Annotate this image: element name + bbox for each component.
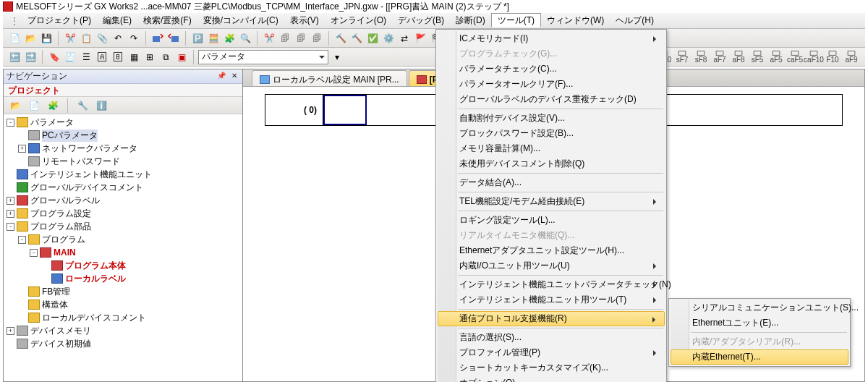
tree-item[interactable]: -プログラム	[4, 233, 242, 246]
new-button[interactable]: 📄	[7, 31, 22, 46]
nav-bookmark[interactable]: 🔖	[47, 50, 61, 64]
tb-copy2[interactable]: 🗐	[278, 31, 292, 46]
nav-pivot[interactable]: ⊞	[142, 50, 157, 64]
tree-twisty[interactable]: -	[7, 119, 14, 127]
menu-item[interactable]: インテリジェント機能ユニット用ツール(T)	[438, 292, 665, 307]
tb-build[interactable]: 🔨	[333, 31, 348, 46]
menu-0[interactable]: プロジェクト(P)	[22, 14, 97, 27]
tree-twisty[interactable]: -	[30, 249, 38, 257]
menu-8[interactable]: ツール(T)	[491, 13, 541, 27]
menu-2[interactable]: 検索/置換(F)	[137, 14, 197, 27]
navtb-4[interactable]: 🔧	[75, 98, 90, 113]
tree-item[interactable]: リモートパスワード	[4, 155, 242, 168]
tree-item[interactable]: 構造体	[4, 298, 242, 311]
nav-table[interactable]: ▦	[127, 50, 141, 64]
tb-cut2[interactable]: ✂️	[262, 31, 276, 46]
nav-close-button[interactable]: ✕	[229, 72, 239, 82]
save-button[interactable]: 💾	[39, 31, 54, 46]
tree-item[interactable]: プログラム本体	[4, 259, 242, 272]
combo-drop-icon[interactable]: ▾	[330, 50, 344, 64]
tree-item[interactable]: +ネットワークパラメータ	[4, 142, 242, 155]
navtb-1[interactable]: 📂	[8, 98, 22, 113]
menu-5[interactable]: オンライン(O)	[325, 14, 392, 27]
tree-item[interactable]: -MAIN	[4, 246, 242, 259]
tree-item[interactable]: +プログラム設定	[4, 207, 242, 220]
cut-button[interactable]: ✂️	[63, 31, 77, 46]
menu-item[interactable]: ICメモリカード(I)	[438, 31, 665, 46]
menu-1[interactable]: 編集(E)	[97, 14, 137, 27]
menu-item[interactable]: グローバルラベルのデバイス重複チェック(D)	[438, 92, 665, 107]
copy-button[interactable]: 📋	[79, 31, 93, 46]
tree-twisty[interactable]: +	[7, 210, 14, 218]
menu-item[interactable]: TEL機能設定/モデム経由接続(E)	[438, 194, 665, 209]
open-button[interactable]: 📂	[23, 31, 38, 46]
menu-item[interactable]: 言語の選択(S)...	[438, 330, 665, 345]
menu-item[interactable]: メモリ容量計算(M)...	[438, 141, 665, 156]
key-aF5[interactable]: aF5	[767, 50, 786, 64]
tb-paste2[interactable]: 🗐	[294, 31, 308, 46]
tree-item[interactable]: -パラメータ	[4, 116, 242, 129]
menu-item[interactable]: インテリジェント機能ユニットパラメータチェック(N)	[438, 277, 665, 292]
nav-fwd-button[interactable]: 🔜	[23, 50, 38, 64]
param-combo[interactable]: パラメータ	[198, 50, 328, 64]
nav-split[interactable]: ▣	[174, 50, 189, 64]
redo-button[interactable]: ↷	[127, 31, 141, 46]
menu-item[interactable]: Ethernetユニット(E)...	[671, 315, 848, 331]
tree-twisty[interactable]: -	[18, 236, 26, 244]
menu-item[interactable]: オプション(O)...	[438, 375, 665, 382]
key-aF9[interactable]: aF9	[842, 50, 861, 64]
tb-monitor[interactable]: 🧮	[206, 31, 221, 46]
menu-item[interactable]: ブロックパスワード設定(B)...	[438, 126, 665, 141]
tree-item[interactable]: +グローバルラベル	[4, 194, 242, 207]
menu-item[interactable]: 自動割付デバイス設定(V)...	[438, 111, 665, 126]
document-tab[interactable]: ローカルラベル設定 MAIN [PR...	[252, 70, 407, 86]
menu-3[interactable]: 変換/コンパイル(C)	[197, 14, 284, 27]
menu-9[interactable]: ウィンドウ(W)	[541, 14, 610, 27]
tree-item[interactable]: ローカルデバイスコメント	[4, 311, 242, 324]
key-sF7[interactable]: sF7	[673, 50, 692, 64]
nav-pin-icon[interactable]: 📌	[216, 72, 226, 82]
menu-item[interactable]: ロギング設定ツール(L)...	[438, 213, 665, 228]
key-aF7[interactable]: aF7	[710, 50, 729, 64]
menu-item[interactable]: 内蔵I/Oユニット用ツール(U)	[438, 258, 665, 273]
menu-item[interactable]: プロファイル管理(P)	[438, 345, 665, 360]
tb-buildall[interactable]: 🔨	[349, 31, 364, 46]
menu-item[interactable]: Ethernetアダプタユニット設定ツール(H)...	[438, 243, 665, 258]
menu-item[interactable]: 未使用デバイスコメント削除(Q)	[438, 156, 665, 171]
tree-twisty[interactable]: +	[18, 145, 26, 153]
tb-transfer[interactable]: ⇄	[397, 31, 412, 46]
nav-a[interactable]: 🄰	[95, 50, 109, 64]
menu-7[interactable]: 診断(D)	[450, 14, 491, 27]
tb-dev-write[interactable]	[166, 31, 181, 46]
tree-item[interactable]: PCパラメータ	[4, 129, 242, 142]
tree-item[interactable]: インテリジェント機能ユニット	[4, 168, 242, 181]
key-caF5[interactable]: caF5	[786, 50, 804, 64]
tb-module[interactable]: 🧩	[222, 31, 237, 46]
key-aF8[interactable]: aF8	[729, 50, 748, 64]
nav-overlap[interactable]: ⧉	[158, 50, 173, 64]
tb-params[interactable]: 🅿️	[190, 31, 205, 46]
menu-6[interactable]: デバッグ(B)	[392, 14, 450, 27]
key-sF5[interactable]: sF5	[748, 50, 767, 64]
tree-item[interactable]: グローバルデバイスコメント	[4, 181, 242, 194]
tree-item[interactable]: +デバイスメモリ	[4, 324, 242, 337]
key-F10[interactable]: F10	[823, 50, 842, 64]
menu-4[interactable]: 表示(V)	[284, 14, 325, 27]
nav-xref[interactable]: 🧾	[63, 50, 77, 64]
tree-item[interactable]: デバイス初期値	[4, 337, 242, 350]
tb-flag1[interactable]: 🚩	[413, 31, 427, 46]
tb-compile[interactable]: ⚙️	[381, 31, 396, 46]
menu-protocol-support[interactable]: シリアルコミュニケーションユニット(S)...Ethernetユニット(E)..…	[668, 298, 851, 367]
menu-item[interactable]: 通信プロトコル支援機能(R)	[438, 311, 665, 326]
paste-button[interactable]: 📎	[95, 31, 109, 46]
menu-item[interactable]: パラメータチェック(C)...	[438, 61, 665, 77]
tree-twisty[interactable]: +	[7, 197, 14, 205]
nav-b[interactable]: 🄱	[111, 50, 125, 64]
menu-tool[interactable]: ICメモリカード(I)プログラムチェック(G)...パラメータチェック(C)..…	[435, 29, 667, 382]
menu-item[interactable]: ショートカットキーカスタマイズ(K)...	[438, 360, 665, 375]
tb-del[interactable]: 🗐	[310, 31, 324, 46]
menu-item[interactable]: データ結合(A)...	[438, 175, 665, 190]
tb-dev-read[interactable]	[150, 31, 165, 46]
undo-button[interactable]: ↶	[111, 31, 125, 46]
menu-item[interactable]: パラメータオールクリア(F)...	[438, 77, 665, 92]
